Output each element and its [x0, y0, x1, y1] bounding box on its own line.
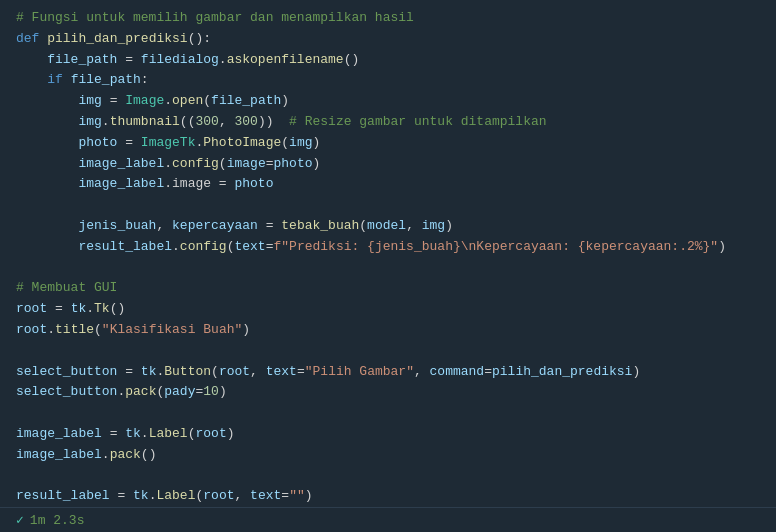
code-line: result_label = tk.Label(root, text=""): [0, 486, 776, 507]
code-line: jenis_buah, kepercayaan = tebak_buah(mod…: [0, 216, 776, 237]
code-line: def pilih_dan_prediksi():: [0, 29, 776, 50]
code-line: image_label.image = photo: [0, 174, 776, 195]
code-line: image_label.pack(): [0, 445, 776, 466]
code-line: img.thumbnail((300, 300)) # Resize gamba…: [0, 112, 776, 133]
code-line: img = Image.open(file_path): [0, 91, 776, 112]
code-block: # Fungsi untuk memilih gambar dan menamp…: [0, 0, 776, 532]
code-line: image_label.config(image=photo): [0, 154, 776, 175]
code-line: root.title("Klasifikasi Buah"): [0, 320, 776, 341]
code-line: [0, 195, 776, 216]
code-line: image_label = tk.Label(root): [0, 424, 776, 445]
status-text: 1m 2.3s: [30, 513, 85, 528]
code-line: photo = ImageTk.PhotoImage(img): [0, 133, 776, 154]
code-line: [0, 403, 776, 424]
code-line: select_button = tk.Button(root, text="Pi…: [0, 362, 776, 383]
code-line: # Membuat GUI: [0, 278, 776, 299]
code-line: [0, 258, 776, 279]
code-line: if file_path:: [0, 70, 776, 91]
code-line: # Fungsi untuk memilih gambar dan menamp…: [0, 8, 776, 29]
code-line: file_path = filedialog.askopenfilename(): [0, 50, 776, 71]
check-icon: ✓: [16, 512, 24, 528]
code-line: [0, 341, 776, 362]
status-bar: ✓ 1m 2.3s: [0, 507, 776, 532]
code-line: [0, 466, 776, 487]
code-line: result_label.config(text=f"Prediksi: {je…: [0, 237, 776, 258]
code-line: select_button.pack(pady=10): [0, 382, 776, 403]
code-line: root = tk.Tk(): [0, 299, 776, 320]
